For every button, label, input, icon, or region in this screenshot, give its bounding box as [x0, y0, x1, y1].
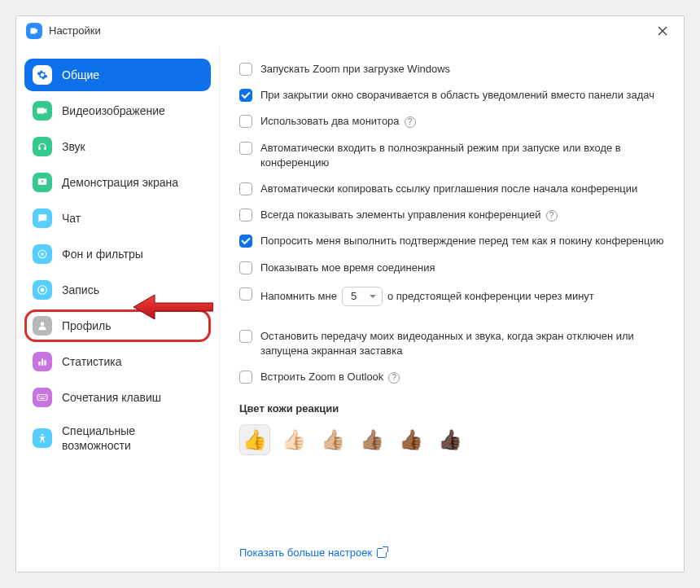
- svg-rect-14: [40, 398, 45, 399]
- svg-point-15: [42, 434, 43, 436]
- setting-row: Автоматически копировать ссылку приглаше…: [239, 182, 664, 196]
- svg-rect-12: [43, 396, 44, 397]
- setting-label: Запускать Zoom при загрузке Windows: [260, 62, 664, 77]
- zoom-app-icon: [26, 23, 42, 39]
- remind-label-post: о предстоящей конференции через минут: [387, 290, 594, 302]
- sidebar-item-chat[interactable]: Чат: [24, 202, 211, 235]
- main-panel: Запускать Zoom при загрузке WindowsПри з…: [220, 46, 684, 572]
- share-icon: [33, 173, 52, 192]
- sidebar-item-share[interactable]: Демонстрация экрана: [24, 166, 211, 199]
- setting-row: При закрытии окно сворачивается в област…: [239, 88, 664, 103]
- svg-point-5: [41, 322, 45, 326]
- sidebar-item-video[interactable]: Видеоизображение: [24, 94, 211, 127]
- skin-tone-option[interactable]: 👍🏼: [317, 424, 348, 455]
- checkbox[interactable]: [239, 182, 252, 195]
- sidebar-item-label: Видеоизображение: [62, 103, 165, 118]
- gear-icon: [33, 65, 52, 85]
- headphones-icon: [33, 137, 52, 156]
- setting-label: Остановить передачу моих видеоданных и з…: [260, 329, 664, 358]
- svg-rect-13: [45, 396, 46, 397]
- sidebar-item-label: Фон и фильтры: [62, 247, 143, 261]
- svg-rect-8: [44, 360, 46, 365]
- sidebar-item-stats[interactable]: Статистика: [24, 345, 211, 378]
- settings-window: Настройки ОбщиеВидеоизображениеЗвукДемон…: [15, 15, 685, 573]
- skin-tone-title: Цвет кожи реакции: [239, 402, 664, 415]
- skin-tone-option[interactable]: 👍🏿: [435, 424, 466, 455]
- sidebar-item-background[interactable]: Фон и фильтры: [24, 238, 211, 270]
- checkbox[interactable]: [239, 371, 252, 384]
- setting-row: Попросить меня выполнить подтверждение п…: [239, 234, 664, 248]
- setting-label: Показывать мое время соединения: [260, 261, 664, 275]
- checkbox[interactable]: [239, 235, 252, 248]
- sidebar-item-access[interactable]: Специальные возможности: [24, 417, 211, 459]
- sidebar-item-label: Сочетания клавиш: [62, 390, 161, 405]
- svg-rect-6: [38, 362, 40, 366]
- setting-row: Напомнить мне5о предстоящей конференции …: [239, 287, 664, 306]
- sidebar-item-audio[interactable]: Звук: [24, 130, 211, 163]
- remind-minutes-select[interactable]: 5: [342, 287, 383, 306]
- setting-row: Показывать мое время соединения: [239, 261, 664, 275]
- sparkle-icon: [33, 244, 52, 264]
- checkbox[interactable]: [239, 287, 252, 301]
- titlebar: Настройки: [16, 16, 684, 46]
- show-more-settings-link[interactable]: Показать больше настроек: [239, 546, 664, 559]
- sidebar: ОбщиеВидеоизображениеЗвукДемонстрация эк…: [16, 46, 220, 572]
- user-icon: [33, 316, 52, 336]
- keyboard-icon: [33, 388, 52, 407]
- setting-label: Напомнить мне5о предстоящей конференции …: [260, 287, 664, 306]
- svg-point-4: [41, 288, 45, 292]
- sidebar-item-keyboard[interactable]: Сочетания клавиш: [24, 381, 211, 414]
- skin-tone-option[interactable]: 👍: [239, 424, 270, 455]
- checkbox[interactable]: [239, 115, 252, 128]
- sidebar-item-label: Демонстрация экрана: [62, 175, 178, 190]
- setting-row: Автоматически входить в полноэкранный ре…: [239, 141, 664, 170]
- help-icon[interactable]: ?: [546, 210, 558, 222]
- setting-label: Попросить меня выполнить подтверждение п…: [260, 234, 664, 248]
- checkbox[interactable]: [239, 261, 252, 274]
- sidebar-item-label: Специальные возможности: [62, 423, 203, 453]
- sidebar-item-label: Запись: [62, 283, 99, 297]
- window-title: Настройки: [49, 24, 101, 37]
- close-button[interactable]: [651, 20, 674, 42]
- external-link-icon: [377, 548, 387, 558]
- skin-tone-option[interactable]: 👍🏻: [278, 424, 309, 455]
- help-icon[interactable]: ?: [405, 116, 416, 128]
- svg-rect-7: [42, 359, 43, 366]
- checkbox[interactable]: [239, 142, 252, 155]
- setting-row: Запускать Zoom при загрузке Windows: [239, 62, 664, 77]
- skin-tone-option[interactable]: 👍🏽: [357, 424, 387, 455]
- remind-label-pre: Напомнить мне: [260, 290, 337, 302]
- sidebar-item-label: Статистика: [62, 354, 122, 369]
- skin-tone-row: 👍👍🏻👍🏼👍🏽👍🏾👍🏿: [239, 424, 664, 455]
- sidebar-item-record[interactable]: Запись: [24, 274, 211, 306]
- skin-tone-option[interactable]: 👍🏾: [396, 424, 427, 455]
- svg-rect-9: [37, 395, 47, 401]
- svg-rect-10: [39, 396, 40, 397]
- help-icon[interactable]: ?: [388, 372, 400, 384]
- setting-label: Использовать два монитора?: [260, 114, 664, 129]
- svg-point-2: [41, 252, 44, 256]
- stats-icon: [33, 352, 52, 371]
- access-icon: [33, 428, 52, 448]
- show-more-label: Показать больше настроек: [239, 546, 372, 559]
- sidebar-item-label: Чат: [62, 211, 81, 226]
- checkbox[interactable]: [239, 208, 252, 222]
- sidebar-item-label: Звук: [62, 139, 85, 154]
- checkbox[interactable]: [239, 330, 252, 343]
- checkbox[interactable]: [239, 89, 252, 102]
- sidebar-item-label: Общие: [62, 68, 99, 82]
- sidebar-item-label: Профиль: [62, 318, 111, 333]
- setting-label: Встроить Zoom в Outlook?: [260, 370, 664, 384]
- checkbox[interactable]: [239, 63, 252, 76]
- setting-row: Остановить передачу моих видеоданных и з…: [239, 329, 664, 358]
- setting-label: Всегда показывать элементы управления ко…: [260, 208, 664, 222]
- setting-row: Всегда показывать элементы управления ко…: [239, 208, 664, 222]
- svg-rect-11: [41, 396, 42, 397]
- record-icon: [33, 280, 52, 300]
- setting-row: Использовать два монитора?: [239, 114, 664, 129]
- setting-label: Автоматически копировать ссылку приглаше…: [260, 182, 664, 196]
- setting-label: Автоматически входить в полноэкранный ре…: [260, 141, 664, 170]
- content-area: ОбщиеВидеоизображениеЗвукДемонстрация эк…: [16, 46, 684, 572]
- sidebar-item-general[interactable]: Общие: [24, 59, 211, 91]
- sidebar-item-profile[interactable]: Профиль: [24, 309, 211, 342]
